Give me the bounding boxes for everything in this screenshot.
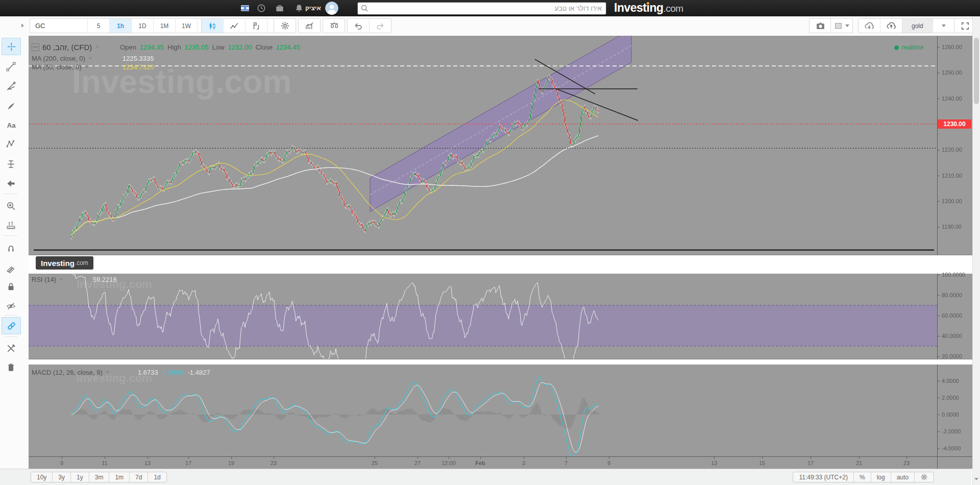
- chevron-down-icon[interactable]: [106, 371, 110, 374]
- range-3y-button[interactable]: 3y: [52, 472, 70, 482]
- interval-1W[interactable]: 1W: [175, 19, 197, 33]
- indicators-button[interactable]: [299, 19, 320, 33]
- text-tool-tool-button[interactable]: Aa: [2, 117, 20, 133]
- symbol-title[interactable]: 60 ,זהב, (CFD): [42, 43, 92, 52]
- lock-drawings-icon: [6, 282, 16, 292]
- tools-separator: [4, 193, 17, 194]
- crosshair-tool-button[interactable]: [2, 38, 21, 55]
- save-chart-button[interactable]: [880, 19, 902, 33]
- undo-arrow-icon: [354, 21, 363, 31]
- macd-label[interactable]: MACD (12, 26, close, 9): [32, 369, 103, 376]
- compare-button[interactable]: [323, 19, 345, 33]
- investing-logo[interactable]: Investing.com: [614, 1, 683, 15]
- layout-group: [830, 18, 853, 33]
- panel-expand-icon[interactable]: [21, 23, 24, 28]
- trend-line-tool-button[interactable]: [2, 58, 20, 75]
- range-10y-button[interactable]: 10y: [31, 472, 52, 482]
- clock-icon[interactable]: [257, 4, 266, 13]
- trash-tool-button[interactable]: [2, 359, 20, 375]
- vertical-scrollbar[interactable]: [972, 16, 980, 485]
- portfolio-icon[interactable]: [275, 4, 284, 13]
- symbol-input[interactable]: [30, 19, 87, 33]
- redo-button[interactable]: [369, 19, 391, 33]
- chevron-down-icon[interactable]: [95, 46, 100, 48]
- ma200-value: 1225.3335: [122, 55, 154, 62]
- drawing-mode-tool-button[interactable]: [2, 260, 20, 276]
- range-7d-button[interactable]: 7d: [129, 472, 148, 482]
- range-3m-button[interactable]: 3m: [89, 472, 109, 482]
- undo-button[interactable]: [348, 19, 369, 33]
- range-1d-button[interactable]: 1d: [148, 472, 166, 482]
- ohlc-value: 1232.00: [228, 43, 252, 51]
- long-position-tool-button[interactable]: [2, 156, 20, 172]
- chart-canvas[interactable]: [29, 36, 972, 469]
- search-input[interactable]: [371, 3, 603, 14]
- log-scale-button[interactable]: log: [871, 472, 891, 482]
- rsi-label[interactable]: RSI (14): [32, 276, 56, 283]
- lock-drawings-tool-button[interactable]: [2, 278, 20, 295]
- user-avatar[interactable]: [325, 2, 338, 15]
- layout-button[interactable]: [831, 19, 852, 33]
- chevron-down-icon[interactable]: [59, 278, 63, 281]
- xabcd-pattern-tool-button[interactable]: [2, 135, 20, 152]
- snapshot-group: [809, 18, 831, 33]
- chevron-down-icon: [845, 25, 849, 27]
- ma50-label[interactable]: MA (50, close, 0): [32, 63, 82, 71]
- settings-group: [274, 18, 296, 33]
- drawing-tools-panel: Aa: [0, 16, 29, 469]
- chevron-down-icon: [942, 25, 946, 27]
- israel-flag-icon[interactable]: [240, 4, 250, 13]
- pitchfork-icon: [6, 82, 16, 91]
- magnet-tool-button[interactable]: [2, 239, 20, 256]
- range-1y-button[interactable]: 1y: [70, 472, 89, 482]
- ma200-legend: MA (200, close, 0) 1225.3335: [32, 55, 154, 62]
- last-price-tag: 1230.00: [938, 119, 971, 129]
- pitchfork-tool-button[interactable]: [2, 78, 20, 94]
- ohlc-label: High: [167, 43, 181, 51]
- investing-watermark: Investing .com: [36, 256, 93, 270]
- interval-1D[interactable]: 1D: [131, 19, 153, 33]
- remove-tools-icon: [6, 344, 16, 353]
- magnet-icon: [6, 243, 16, 253]
- candlestick-type-button[interactable]: [202, 19, 223, 33]
- percent-scale-button[interactable]: %: [853, 472, 871, 482]
- ma200-label[interactable]: MA (200, close, 0): [32, 55, 85, 62]
- interval-1M[interactable]: 1M: [153, 19, 175, 33]
- chart-settings-button[interactable]: [274, 19, 296, 33]
- quote-search-box: [357, 2, 606, 15]
- hide-drawings-tool-button[interactable]: [2, 298, 20, 314]
- scrollbar-thumb[interactable]: [974, 38, 979, 104]
- range-1m-button[interactable]: 1m: [109, 472, 129, 482]
- chevron-down-icon[interactable]: [85, 66, 89, 68]
- interval-5[interactable]: 5: [87, 19, 109, 33]
- interval-1h[interactable]: 1h: [109, 19, 131, 33]
- load-chart-button[interactable]: [859, 19, 880, 33]
- notifications-bell-icon[interactable]: [295, 4, 304, 13]
- fullscreen-icon: [961, 21, 970, 31]
- brush-tool-button[interactable]: [2, 98, 20, 114]
- auto-scale-button[interactable]: auto: [891, 472, 914, 482]
- scales-icon: [329, 21, 339, 31]
- arrow-marker-tool-button[interactable]: [2, 175, 20, 191]
- chevron-down-icon[interactable]: [88, 57, 92, 60]
- measure-tool-button[interactable]: [2, 217, 20, 233]
- drawing-mode-icon: [6, 263, 16, 273]
- macd-hist-value: 1.6733: [138, 369, 158, 376]
- top-navigation-bar: איציק Investing.com: [0, 0, 980, 16]
- camera-button[interactable]: [810, 19, 831, 33]
- saved-chart-name[interactable]: gold: [902, 19, 933, 33]
- collapse-pane-icon[interactable]: [32, 43, 39, 51]
- realtime-badge: realtime: [894, 44, 924, 51]
- bar-type-button[interactable]: [245, 19, 267, 33]
- username-label[interactable]: איציק: [305, 5, 321, 12]
- saved-chart-dropdown[interactable]: [933, 19, 954, 33]
- line-type-button[interactable]: [223, 19, 245, 33]
- remove-tools-tool-button[interactable]: [2, 340, 20, 356]
- zoom-in-tool-button[interactable]: [2, 198, 20, 214]
- realtime-dot-icon: [894, 45, 899, 50]
- sync-link-tool-button[interactable]: [2, 317, 21, 334]
- scroll-down-icon[interactable]: [974, 478, 978, 480]
- clock-display: 11:49:33 (UTC+2): [793, 472, 853, 482]
- rsi-value: 59.2216: [93, 276, 117, 283]
- axis-settings-button[interactable]: [914, 472, 934, 482]
